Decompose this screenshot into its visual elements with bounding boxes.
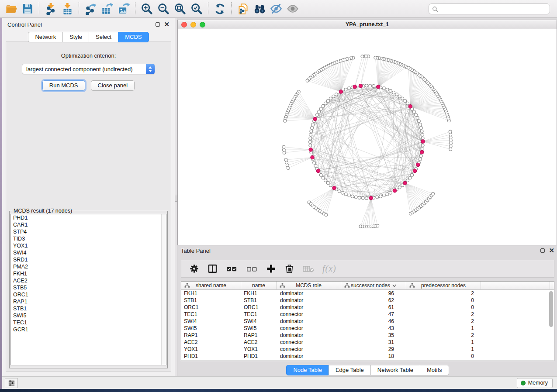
- memory-button[interactable]: Memory: [517, 378, 553, 388]
- ring-node[interactable]: [421, 148, 424, 151]
- ring-node[interactable]: [309, 133, 312, 136]
- table-row[interactable]: ORC1ORC1dominator610: [181, 304, 554, 311]
- ring-node[interactable]: [309, 137, 312, 140]
- close-panel-icon[interactable]: ✕: [164, 22, 170, 27]
- mcds-result-item[interactable]: RAP1: [11, 298, 166, 305]
- mcds-hub-node[interactable]: [413, 169, 416, 172]
- ring-node[interactable]: [365, 84, 368, 87]
- export-table-button[interactable]: [99, 1, 115, 16]
- ring-node[interactable]: [379, 195, 382, 198]
- ring-node[interactable]: [404, 100, 407, 103]
- mcds-result-item[interactable]: STB5: [11, 284, 166, 291]
- leaf-node[interactable]: [284, 119, 287, 122]
- mcds-hub-node[interactable]: [420, 151, 424, 154]
- unselect-all-columns-button[interactable]: [246, 264, 258, 274]
- ring-node[interactable]: [406, 102, 409, 105]
- mcds-hub-node[interactable]: [339, 90, 343, 93]
- ring-node[interactable]: [406, 179, 409, 182]
- tab-edge-table[interactable]: Edge Table: [329, 365, 370, 375]
- float-table-panel-icon[interactable]: [540, 248, 545, 253]
- select-all-columns-button[interactable]: [226, 264, 238, 274]
- network-canvas[interactable]: [178, 29, 557, 245]
- mcds-hub-node[interactable]: [359, 84, 362, 88]
- ring-node[interactable]: [322, 104, 325, 107]
- leaf-node[interactable]: [450, 139, 453, 142]
- show-column-button[interactable]: [208, 264, 218, 274]
- leaf-node[interactable]: [361, 55, 364, 58]
- ring-node[interactable]: [411, 173, 414, 176]
- leaf-node[interactable]: [282, 145, 285, 148]
- ring-node[interactable]: [351, 195, 354, 198]
- ring-node[interactable]: [395, 93, 398, 96]
- ring-node[interactable]: [329, 184, 332, 187]
- ring-node[interactable]: [365, 197, 368, 200]
- import-table-button[interactable]: [59, 1, 76, 16]
- delete-column-button[interactable]: [284, 264, 294, 274]
- tab-motifs[interactable]: Motifs: [420, 365, 449, 375]
- tab-network[interactable]: Network: [28, 32, 62, 42]
- table-row[interactable]: PHD1PHD1dominator180: [181, 353, 554, 360]
- mcds-hub-node[interactable]: [393, 189, 396, 193]
- search-input[interactable]: [440, 6, 550, 12]
- export-image-button[interactable]: [115, 1, 132, 16]
- ring-node[interactable]: [392, 91, 395, 94]
- leaf-node[interactable]: [285, 161, 288, 164]
- ring-node[interactable]: [408, 176, 412, 179]
- zoom-fit-button[interactable]: [172, 1, 188, 16]
- mcds-hub-node[interactable]: [313, 117, 317, 120]
- ring-node[interactable]: [416, 117, 419, 120]
- mcds-result-item[interactable]: GCR1: [11, 326, 166, 333]
- ring-node[interactable]: [382, 87, 385, 90]
- leaf-node[interactable]: [407, 66, 410, 69]
- close-table-panel-icon[interactable]: ✕: [549, 248, 554, 253]
- ring-node[interactable]: [419, 158, 422, 161]
- tab-node-table[interactable]: Node Table: [286, 365, 329, 375]
- column-header-empty[interactable]: [481, 282, 550, 289]
- tab-style[interactable]: Style: [62, 32, 89, 42]
- ring-node[interactable]: [310, 130, 313, 133]
- ring-node[interactable]: [382, 194, 385, 197]
- ring-node[interactable]: [332, 95, 335, 98]
- leaf-node[interactable]: [282, 148, 285, 151]
- ring-node[interactable]: [369, 84, 372, 87]
- ring-node[interactable]: [386, 193, 389, 196]
- function-builder-button[interactable]: f(x): [322, 264, 336, 274]
- mcds-hub-node[interactable]: [332, 186, 336, 189]
- ring-node[interactable]: [313, 161, 316, 164]
- mcds-result-item[interactable]: PMA2: [11, 263, 166, 270]
- node-table[interactable]: shared namenameMCDS rolesuccessor nodesp…: [181, 281, 554, 361]
- table-row[interactable]: STB1STB1dominator620: [181, 297, 554, 304]
- ring-node[interactable]: [415, 113, 418, 116]
- column-header-name[interactable]: name: [241, 282, 277, 289]
- search-network-button[interactable]: [251, 1, 268, 16]
- zoom-selected-button[interactable]: [188, 1, 205, 16]
- refresh-view-button[interactable]: [211, 1, 228, 16]
- mcds-result-item[interactable]: STP4: [11, 228, 166, 235]
- ring-node[interactable]: [309, 144, 312, 147]
- leaf-node[interactable]: [364, 55, 367, 58]
- show-all-button[interactable]: [284, 1, 301, 16]
- leaf-node[interactable]: [287, 167, 290, 170]
- mcds-hub-node[interactable]: [408, 105, 412, 108]
- table-scrollbar-thumb[interactable]: [549, 291, 553, 327]
- leaf-node[interactable]: [449, 148, 452, 151]
- ring-node[interactable]: [418, 120, 421, 123]
- mcds-result-item[interactable]: FKH1: [11, 270, 166, 277]
- tab-mcds[interactable]: MCDS: [118, 32, 149, 42]
- ring-node[interactable]: [362, 196, 365, 199]
- ring-node[interactable]: [329, 97, 332, 100]
- table-row[interactable]: ACE2ACE2connector311: [181, 339, 554, 346]
- open-file-button[interactable]: [3, 1, 19, 16]
- ring-node[interactable]: [421, 133, 424, 136]
- table-row[interactable]: SWI4SWI4dominator462: [181, 318, 554, 325]
- ring-node[interactable]: [401, 97, 404, 100]
- ring-node[interactable]: [348, 194, 351, 197]
- mcds-hub-node[interactable]: [316, 169, 320, 172]
- ring-node[interactable]: [318, 110, 321, 113]
- ring-node[interactable]: [372, 85, 375, 88]
- mcds-result-item[interactable]: TID3: [11, 235, 166, 242]
- float-panel-icon[interactable]: [156, 22, 160, 27]
- mcds-hub-node[interactable]: [311, 155, 314, 159]
- mcds-result-item[interactable]: SRD1: [11, 256, 166, 263]
- mcds-hub-node[interactable]: [421, 140, 425, 143]
